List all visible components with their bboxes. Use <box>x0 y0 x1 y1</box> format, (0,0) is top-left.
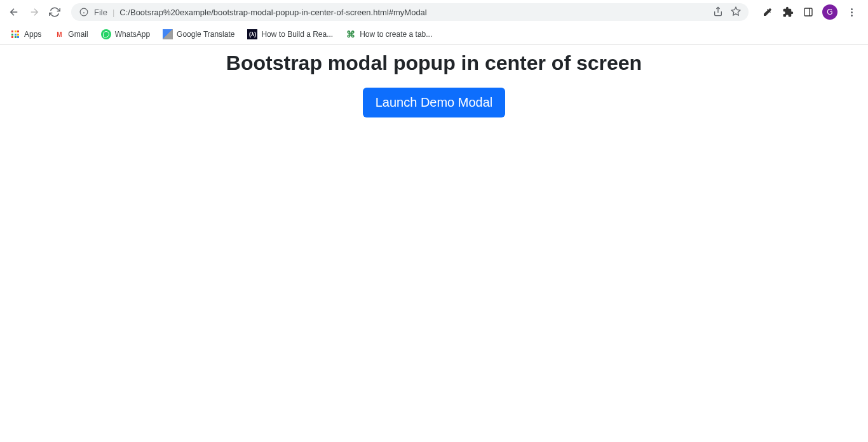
bookmark-label: Google Translate <box>177 30 234 39</box>
arrow-left-icon <box>8 6 20 18</box>
bookmark-gmail[interactable]: Gmail <box>49 27 93 42</box>
toolbar-right: G <box>756 4 863 20</box>
translate-icon <box>163 29 173 39</box>
gmail-icon <box>54 29 64 39</box>
info-icon <box>79 7 89 17</box>
reload-icon <box>49 6 60 18</box>
geeksforgeeks-icon: ⌘ <box>346 29 356 39</box>
launch-demo-modal-button[interactable]: Launch Demo Modal <box>363 88 506 117</box>
browser-toolbar: File | C:/Bootsrap%20example/bootstrap-m… <box>0 0 868 24</box>
svg-marker-3 <box>731 7 740 15</box>
bookmark-google-translate[interactable]: Google Translate <box>158 27 240 42</box>
share-icon[interactable] <box>713 6 723 18</box>
freecodecamp-icon: (λ) <box>247 29 257 39</box>
bookmark-label: Gmail <box>68 30 88 39</box>
bookmark-whatsapp[interactable]: WhatsApp <box>96 27 155 42</box>
url-divider: | <box>112 8 114 17</box>
bookmark-apps[interactable]: Apps <box>5 27 46 42</box>
browser-chrome: File | C:/Bootsrap%20example/bootstrap-m… <box>0 0 868 45</box>
star-icon[interactable] <box>731 6 741 18</box>
url-scheme-label: File <box>94 8 107 17</box>
reload-button[interactable] <box>46 3 64 21</box>
profile-avatar[interactable]: G <box>822 4 837 20</box>
extensions-icon[interactable] <box>782 6 794 18</box>
bookmark-label: How to Build a Rea... <box>261 30 333 39</box>
bookmark-label: Apps <box>24 30 41 39</box>
eyedropper-icon[interactable] <box>761 6 774 18</box>
back-button[interactable] <box>5 3 23 21</box>
svg-rect-4 <box>804 8 812 16</box>
bookmarks-bar: Apps Gmail WhatsApp Google Translate (λ)… <box>0 24 868 44</box>
bookmark-gfg[interactable]: ⌘ How to create a tab... <box>341 27 437 42</box>
address-bar[interactable]: File | C:/Bootsrap%20example/bootstrap-m… <box>71 3 749 21</box>
bookmark-freecodecamp[interactable]: (λ) How to Build a Rea... <box>242 27 338 42</box>
side-panel-icon[interactable] <box>802 6 815 18</box>
whatsapp-icon <box>101 29 111 39</box>
arrow-right-icon <box>29 6 40 18</box>
menu-dots-icon <box>851 8 853 17</box>
apps-icon <box>10 29 20 39</box>
bookmark-label: WhatsApp <box>115 30 150 39</box>
page-content: Bootstrap modal popup in center of scree… <box>0 45 868 117</box>
menu-button[interactable] <box>845 6 858 18</box>
forward-button[interactable] <box>25 3 43 21</box>
profile-initial: G <box>827 8 832 17</box>
page-title: Bootstrap modal popup in center of scree… <box>0 51 868 75</box>
url-text: C:/Bootsrap%20example/bootstrap-modal-po… <box>119 8 708 17</box>
bookmark-label: How to create a tab... <box>360 30 432 39</box>
